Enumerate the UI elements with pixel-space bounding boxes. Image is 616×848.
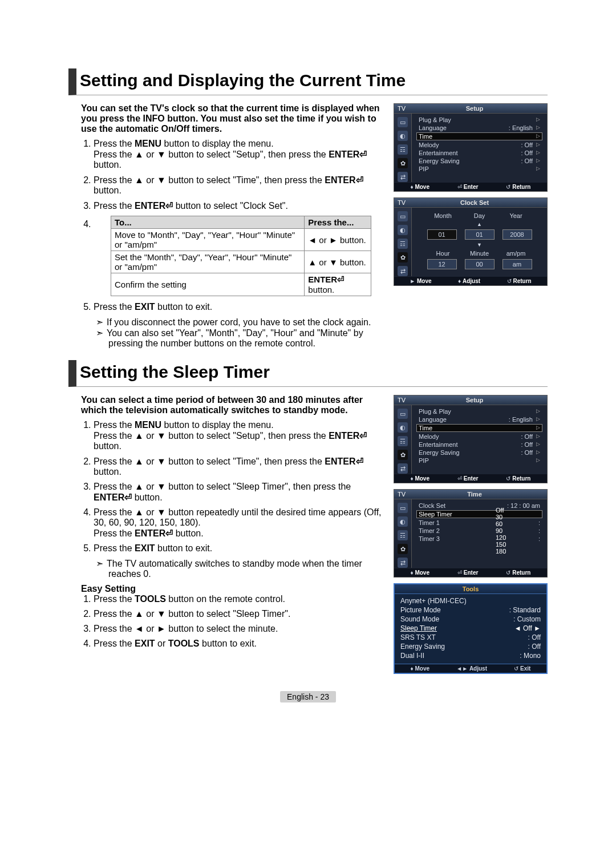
input-icon: ⇄ [398,463,408,474]
enter-hint: ⏎ Enter [457,184,478,190]
tools-row[interactable]: Sleep Timer◄ Off ► [399,624,542,633]
tools-row[interactable]: Energy SavingOff [399,642,542,651]
page-footer: English - 23 [280,691,336,702]
channel-icon: ☶ [398,530,408,540]
sleep-option[interactable]: 30 [496,514,541,520]
setup-icon: ✿ [398,544,408,554]
section-title-1: Setting and Displaying the Current Time [68,68,548,95]
tools-row[interactable]: Dual I-IIMono [399,651,542,660]
menu-row: PIP▷ [416,457,542,465]
osd-tools-menu: Tools Anynet+ (HDMI-CEC)Picture ModeStan… [394,583,548,674]
s2-step1: Press the MENU button to display the men… [94,420,383,451]
s1-note2: You can also set "Year", "Month", "Day",… [108,328,383,349]
section-title-2: Setting the Sleep Timer [68,360,548,387]
sound-icon: ◐ [398,516,408,527]
input-icon: ⇄ [398,558,408,568]
enter-icon: ⏎ [359,150,367,159]
picture-icon: ▭ [398,117,408,127]
menu-row[interactable]: Entertainment: Off▷ [416,441,542,449]
channel-icon: ☶ [398,144,408,155]
s2-step4: Press the ▲ or ▼ button repeatedly until… [94,507,383,539]
input-icon: ⇄ [398,266,408,276]
year-field[interactable]: 2008 [502,229,532,240]
menu-row[interactable]: Time▷ [416,132,542,140]
menu-row: PIP▷ [416,165,542,173]
sleep-option[interactable]: 60 [496,520,541,527]
picture-icon: ▭ [398,503,408,513]
instruction-table: To...Press the... Move to "Month", "Day"… [111,216,371,296]
channel-icon: ☶ [398,436,408,446]
s2-step2: Press the ▲ or ▼ button to select "Time"… [94,456,383,477]
s1-step4: To...Press the... Move to "Month", "Day"… [94,216,383,296]
s1-step5: Press the EXIT button to exit. [94,302,383,312]
s2-note1: The TV automatically switches to standby… [108,558,383,579]
menu-row[interactable]: Entertainment: Off▷ [416,149,542,157]
return-hint: ↺ Return [506,184,530,190]
sleep-option[interactable]: Off [496,507,541,514]
menu-row[interactable]: Energy Saving: Off▷ [416,449,542,457]
s1-step1: Press the MENU button to display the men… [94,139,383,170]
section2-intro: You can select a time period of between … [81,395,383,415]
menu-row[interactable]: Language: English▷ [416,124,542,132]
sound-icon: ◐ [398,225,408,235]
move-hint: ♦ Move [411,184,429,190]
sleep-option[interactable]: 90 [496,527,541,534]
osd-setup-menu: TV Setup ▭ ◐ ☶ ✿ ⇄ Plug & Play▷Language:… [394,103,548,192]
setup-icon: ✿ [398,158,408,168]
channel-icon: ☶ [398,239,408,249]
easy-step1: Press the TOOLS button on the remote con… [94,594,383,604]
enter-icon: ⏎ [165,201,173,211]
s1-note1: If you disconnect the power cord, you ha… [108,317,383,328]
tools-row[interactable]: Picture ModeStandard [399,605,542,615]
easy-step2: Press the ▲ or ▼ button to select "Sleep… [94,609,383,619]
menu-row[interactable]: Melody: Off▷ [416,433,542,441]
picture-icon: ▭ [398,409,408,419]
picture-icon: ▭ [398,211,408,221]
s2-step3: Press the ▲ or ▼ button to select "Sleep… [94,482,383,503]
s2-step5: Press the EXIT button to exit. [94,543,383,554]
sound-icon: ◐ [398,422,408,433]
input-icon: ⇄ [398,172,408,182]
menu-row[interactable]: Plug & Play▷ [416,407,542,415]
menu-row[interactable]: Time▷ [416,424,542,432]
s1-step3: Press the ENTER⏎ button to select "Clock… [94,200,383,211]
menu-row[interactable]: Energy Saving: Off▷ [416,157,542,165]
tools-row[interactable]: Sound ModeCustom [399,615,542,624]
osd-clock-set: TV Clock Set ▭ ◐ ☶ ✿ ⇄ Month [394,197,548,286]
sleep-option[interactable]: 150 [496,541,541,548]
tools-row[interactable]: Anynet+ (HDMI-CEC) [399,596,542,605]
easy-step3: Press the ◄ or ► button to select the mi… [94,624,383,634]
setup-icon: ✿ [398,450,408,460]
easy-setting-heading: Easy Setting [81,584,383,594]
minute-field[interactable]: 00 [465,259,495,269]
enter-icon: ⏎ [356,175,363,185]
tools-row[interactable]: SRS TS XTOff [399,633,542,642]
sound-icon: ◐ [398,131,408,141]
easy-step4: Press the EXIT or TOOLS button to exit. [94,639,383,649]
day-field[interactable]: 01 [465,229,495,240]
hour-field[interactable]: 12 [427,259,457,269]
sleep-option[interactable]: 180 [496,548,541,555]
menu-row[interactable]: Language: English▷ [416,415,542,423]
menu-row[interactable]: Plug & Play▷ [416,116,542,124]
setup-icon: ✿ [398,252,408,263]
ampm-field[interactable]: am [502,259,532,269]
menu-row[interactable]: Melody: Off▷ [416,141,542,149]
sleep-option[interactable]: 120 [496,534,541,541]
month-field[interactable]: 01 [427,229,457,240]
section1-intro: You can set the TV's clock so that the c… [81,103,383,134]
s1-step2: Press the ▲ or ▼ button to select "Time"… [94,175,383,196]
osd-time-menu: TV Time ▭ ◐ ☶ ✿ ⇄ Clock Set: 12 : 00 amS… [394,489,548,578]
osd-setup-menu-2: TV Setup ▭ ◐ ☶ ✿ ⇄ Plug & Play▷Language:… [394,395,548,483]
